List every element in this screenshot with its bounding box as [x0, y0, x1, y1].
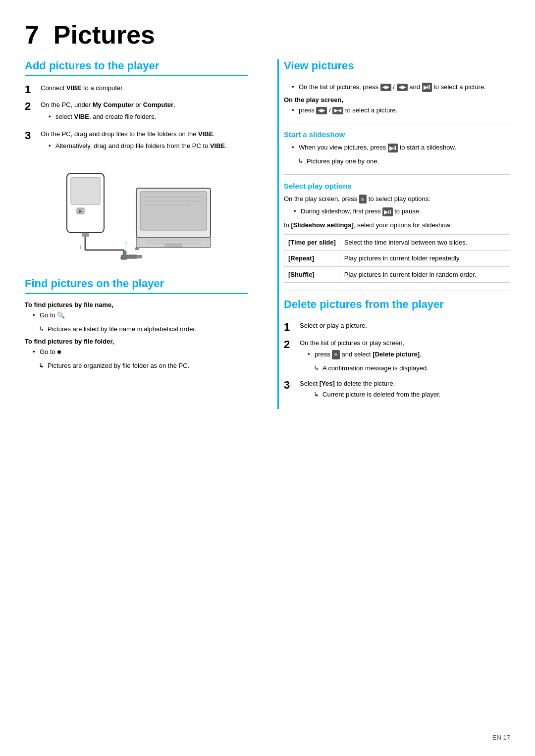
- svg-text:↑: ↑: [124, 240, 128, 248]
- svg-rect-19: [135, 248, 139, 250]
- play-pause-icon-3: ▶II: [382, 207, 392, 217]
- table-row-shuffle: [Shuffle] Play pictures in current folde…: [284, 266, 510, 283]
- slideshow-settings-table: [Time per slide] Select the time interva…: [284, 234, 510, 283]
- nav-icon-2: ◀▶: [397, 84, 408, 91]
- add-pictures-heading: Add pictures to the player: [25, 59, 248, 76]
- add-pictures-section: Add pictures to the player 1 Connect VIB…: [25, 59, 248, 267]
- view-pictures-heading: View pictures: [284, 59, 510, 75]
- svg-rect-20: [121, 255, 137, 258]
- step-3: 3 On the PC, drag and drop files to the …: [25, 129, 248, 154]
- find-pictures-heading: Find pictures on the player: [25, 277, 248, 294]
- svg-rect-11: [140, 192, 207, 230]
- svg-text:ψ: ψ: [124, 250, 127, 255]
- svg-rect-4: [82, 233, 89, 237]
- view-pictures-section: View pictures On the list of pictures, p…: [284, 59, 510, 115]
- table-value-time: Select the time interval between two sli…: [340, 234, 510, 251]
- nav-icon: ◀▶: [380, 84, 391, 91]
- delete-step-3: 3 Select [Yes] to delete the picture. Cu…: [284, 379, 510, 401]
- step-1: 1 Connect VIBE to a computer.: [25, 83, 248, 96]
- find-by-filename: To find pictures by file name, Go to 🔍 P…: [25, 301, 248, 334]
- svg-rect-18: [165, 244, 182, 247]
- delete-pictures-section: Delete pictures from the player 1 Select…: [284, 298, 510, 401]
- table-key-repeat: [Repeat]: [284, 251, 340, 267]
- divider-3: [284, 291, 510, 291]
- divider-1: [284, 123, 510, 123]
- play-screen-label: On the play screen,: [284, 96, 510, 103]
- play-pause-icon-2: ▶II: [388, 144, 398, 153]
- chapter-name: Pictures: [54, 20, 155, 49]
- play-pause-icon: ▶II: [422, 83, 432, 92]
- table-key-time: [Time per slide]: [284, 234, 340, 251]
- play-options-heading: Select play options: [284, 182, 510, 190]
- folder-icon: ■: [57, 348, 61, 355]
- svg-rect-1: [71, 177, 100, 204]
- table-row-repeat: [Repeat] Play pictures in current folder…: [284, 251, 510, 267]
- nav-icon-3: ◀▶: [316, 107, 327, 114]
- table-key-shuffle: [Shuffle]: [284, 266, 340, 283]
- table-row-time: [Time per slide] Select the time interva…: [284, 234, 510, 251]
- search-icon: 🔍: [57, 311, 65, 319]
- table-value-repeat: Play pictures in current folder repeated…: [340, 251, 510, 267]
- nav-icon-4: ▶◀: [332, 107, 343, 114]
- step-3-bullet: Alternatively, drag and drop file folder…: [49, 141, 248, 151]
- step-2: 2 On the PC, under My Computer or Comput…: [25, 100, 248, 125]
- chapter-title: 7 Pictures: [25, 20, 155, 49]
- delete-step-2: 2 On the list of pictures or play screen…: [284, 338, 510, 375]
- step-2-bullet: select VIBE, and create file folders.: [49, 112, 248, 122]
- table-value-shuffle: Play pictures in current folder in rando…: [340, 266, 510, 283]
- divider-2: [284, 174, 510, 175]
- find-by-folder: To find pictures by file folder, Go to ■…: [25, 338, 248, 370]
- svg-text:↕: ↕: [79, 244, 82, 250]
- find-pictures-section: Find pictures on the player To find pict…: [25, 277, 248, 370]
- play-options-section: Select play options On the play screen, …: [284, 182, 510, 283]
- svg-rect-23: [136, 255, 142, 258]
- chapter-number: 7: [25, 20, 39, 49]
- slideshow-heading: Start a slideshow: [284, 130, 510, 139]
- menu-icon-2: ≡: [332, 350, 339, 359]
- delete-step-1: 1 Select or play a picture.: [284, 321, 510, 334]
- footer-text: EN 17: [492, 734, 510, 741]
- illustration: ↕: [25, 163, 248, 267]
- menu-icon: ≡: [359, 195, 367, 204]
- page-footer: EN 17: [492, 734, 510, 741]
- delete-pictures-heading: Delete pictures from the player: [284, 298, 510, 314]
- slideshow-section: Start a slideshow When you view pictures…: [284, 130, 510, 166]
